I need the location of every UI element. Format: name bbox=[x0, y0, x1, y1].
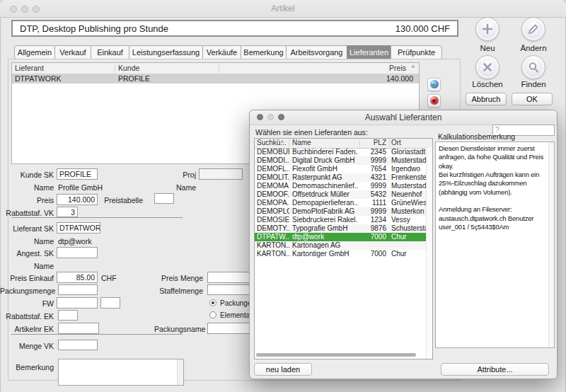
supplier-cell: DEMOTY... bbox=[257, 224, 289, 233]
supplier-cell: Buchbinderei Faden... bbox=[292, 148, 358, 156]
col-ort[interactable]: Ort bbox=[391, 139, 432, 146]
tab-verkauf[interactable]: Verkauf bbox=[54, 45, 91, 59]
col-kunde[interactable]: Kunde bbox=[118, 64, 139, 72]
fw-field[interactable] bbox=[57, 297, 98, 309]
supplier-row[interactable]: DEMODI...Digital Druck GmbH9999Mustersta… bbox=[255, 156, 426, 165]
supplier-row[interactable]: DEMOBUBIBuchbinderei Faden...2345Glorias… bbox=[255, 148, 426, 156]
tab-allgemein[interactable]: Allgemein bbox=[14, 45, 55, 59]
neu-button[interactable] bbox=[475, 17, 499, 41]
table-row[interactable]: DTPATWORK PROFILE 140.000 bbox=[12, 74, 419, 83]
product-price: 130.000 CHF bbox=[395, 23, 450, 34]
tab-lieferanten[interactable]: Lieferanten bbox=[347, 45, 391, 59]
vertical-scrollbar[interactable] bbox=[426, 148, 432, 359]
ok-button[interactable]: OK bbox=[512, 93, 553, 105]
elementarmenge-radio[interactable] bbox=[209, 311, 216, 318]
proj-name-label: Name bbox=[166, 183, 196, 192]
abbruch-button[interactable]: Abbruch bbox=[466, 93, 507, 105]
preistabelle-field[interactable] bbox=[154, 193, 174, 204]
column-divider bbox=[389, 139, 390, 147]
preis-menge-field[interactable] bbox=[207, 272, 254, 283]
record-button[interactable] bbox=[427, 94, 441, 108]
record-icon bbox=[430, 96, 439, 105]
supplier-row[interactable]: DEMOMA...Demomaschinenlief...9999Musters… bbox=[255, 182, 426, 190]
bemerkung-label: Bemerkung bbox=[0, 363, 54, 371]
supplier-cell: Flexofit GmbH bbox=[292, 165, 358, 173]
supplier-list-rows: DEMOBUBIBuchbinderei Faden...2345Glorias… bbox=[255, 148, 432, 258]
tab-pruefpunkte[interactable]: Prüfpunkte bbox=[391, 45, 442, 59]
column-divider bbox=[115, 64, 115, 72]
tab-verkaeufe[interactable]: Verkäufe bbox=[202, 45, 241, 59]
supplier-cell: DEMOBUBI bbox=[257, 148, 289, 156]
supplier-cell: DEMOSIEB bbox=[257, 216, 289, 224]
scrollbar[interactable] bbox=[548, 142, 554, 347]
neu-laden-button[interactable]: neu laden bbox=[254, 363, 312, 376]
bemerkung-textarea[interactable] bbox=[58, 359, 184, 386]
supplier-cell: Kartonagen AG bbox=[292, 241, 358, 250]
finden-button[interactable] bbox=[521, 55, 545, 79]
col-preis[interactable]: Preis bbox=[389, 64, 406, 72]
supplier-row[interactable]: DEMOPA...Demopapierlieferan...1111GrüneW… bbox=[255, 199, 426, 207]
supplier-cell: DEMOFL... bbox=[257, 165, 289, 173]
preis-field[interactable]: 140.000 bbox=[57, 194, 98, 205]
window-titlebar: Artikel bbox=[0, 0, 566, 18]
supplier-row[interactable]: DTPATW...dtp@work7000Chur bbox=[255, 233, 426, 241]
col-lieferant[interactable]: Lieferant bbox=[15, 64, 44, 72]
supplier-row[interactable]: DEMOFL...Flexofit GmbH7654Irgendwo bbox=[255, 165, 426, 173]
proj-label: Proj bbox=[166, 171, 196, 179]
supplier-cell: 9999 bbox=[358, 156, 386, 165]
supplier-cell: Typografie GmbH bbox=[292, 224, 358, 233]
supplier-row[interactable]: KARTON...Kartontiger GmbH7000Chur bbox=[255, 250, 426, 258]
tab-einkauf[interactable]: Einkauf bbox=[91, 45, 129, 59]
packungsmenge-field[interactable] bbox=[58, 284, 98, 295]
column-divider bbox=[289, 139, 289, 147]
tab-bemerkung[interactable]: Bemerkung bbox=[241, 45, 287, 59]
supplier-cell: Kartontiger GmbH bbox=[292, 250, 358, 258]
supplier-cell: 4321 bbox=[358, 173, 386, 182]
col-plz[interactable]: PLZ bbox=[358, 139, 386, 146]
supplier-cell: DEMODI... bbox=[257, 156, 289, 165]
cell-preis: 140.000 bbox=[386, 74, 413, 83]
dialog-prompt: Wählen sie einen Lieferanten aus: bbox=[255, 128, 368, 137]
packungsname-field[interactable] bbox=[207, 323, 254, 334]
artikelnr-ek-field[interactable] bbox=[58, 323, 99, 334]
kunde-sk-field[interactable]: PROFILE bbox=[57, 168, 98, 180]
divider bbox=[11, 217, 183, 218]
globe-button[interactable] bbox=[427, 78, 441, 91]
aendern-button[interactable] bbox=[521, 17, 545, 41]
list-header: Suchkü... ^ Name PLZ Ort bbox=[255, 139, 432, 149]
supplier-row[interactable]: DEMOLIT...Rasterpunkt AG4321Frenkenstein bbox=[255, 173, 426, 182]
tab-leistungserfassung[interactable]: Leistungserfassung bbox=[129, 45, 203, 59]
rabattstaf-vk-label: Rabattstaf. VK bbox=[0, 209, 54, 217]
horizontal-scrollbar[interactable] bbox=[256, 353, 416, 357]
supplier-row[interactable]: DEMOSIEBSiebdruckerei Rakel...1234Vessy bbox=[255, 216, 426, 224]
menge-vk-label: Menge VK bbox=[0, 342, 54, 350]
attribute-button[interactable]: Attribute... bbox=[441, 363, 549, 376]
staffelmenge-field[interactable] bbox=[207, 284, 254, 295]
scrollbar[interactable] bbox=[177, 359, 183, 385]
supplier-row[interactable]: DEMOOF...Offsetdruck Müller5432Neuenhof bbox=[255, 190, 426, 199]
packungen-radio[interactable] bbox=[209, 299, 216, 306]
tab-arbeitsvorgang[interactable]: Arbeitsvorgang bbox=[286, 45, 347, 59]
supplier-cell: 7000 bbox=[358, 233, 386, 241]
rabattstaf-ek-field[interactable] bbox=[58, 310, 78, 321]
preis-einkauf-field[interactable]: 85.00 bbox=[57, 272, 98, 283]
sort-asc-icon: ^ bbox=[412, 64, 415, 71]
proj-field[interactable] bbox=[199, 168, 243, 180]
supplier-row[interactable]: DEMOTY...Typografie GmbH9876Schusterstad… bbox=[255, 224, 426, 233]
col-suchkuerzel[interactable]: Suchkü... bbox=[257, 139, 289, 146]
supplier-row[interactable]: DEMOPLOTDemoPlotFabrik AG9999Musterkon bbox=[255, 207, 426, 216]
supplier-cell: DEMOPLOT bbox=[257, 207, 289, 216]
packungsname-label: Packungsname bbox=[154, 325, 204, 333]
product-header-field[interactable]: DTP, Desktop Publishing pro Stunde 130.0… bbox=[11, 20, 458, 37]
neu-label: Neu bbox=[463, 44, 512, 52]
loeschen-button[interactable] bbox=[475, 55, 499, 79]
angest-sk-field[interactable] bbox=[57, 247, 98, 258]
kalkulationsbemerkung-box[interactable]: Diesen Dienstleister immer zuerst anfrag… bbox=[435, 142, 555, 348]
fw-field-2[interactable] bbox=[100, 297, 120, 309]
supplier-row[interactable]: KARTON...Kartonagen AG bbox=[255, 241, 426, 250]
lieferant-sk-field[interactable]: DTPATWORK bbox=[57, 222, 100, 234]
supplier-cell: DemoPlotFabrik AG bbox=[292, 207, 358, 216]
menge-vk-field[interactable] bbox=[58, 340, 98, 350]
rabattstaf-vk-field[interactable]: 3 bbox=[57, 207, 78, 217]
col-name[interactable]: Name bbox=[292, 139, 358, 146]
